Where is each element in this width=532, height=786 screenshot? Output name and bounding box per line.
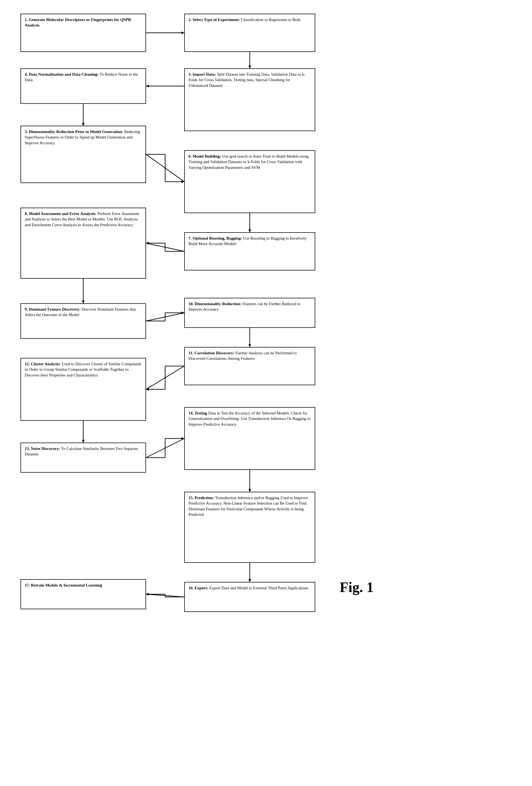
svg-marker-9 <box>182 180 184 183</box>
box-box2: 2. Select Type of Experiment: Classifica… <box>184 14 315 52</box>
svg-line-16 <box>146 243 184 251</box>
svg-marker-3 <box>248 66 251 68</box>
svg-marker-45 <box>182 437 184 440</box>
box-number: 6. Model Building: <box>189 154 221 159</box>
svg-line-50 <box>146 594 184 597</box>
svg-marker-31 <box>248 344 251 347</box>
svg-marker-51 <box>146 593 149 596</box>
box-number: 15. Prediction: <box>189 495 214 500</box>
box-number: 5. Dimensionality Reduction Prior to Mod… <box>25 130 123 134</box>
box-number: 11. Correlation Discovery: <box>189 351 235 355</box>
box-number: 12. Cluster Analysis: <box>25 362 61 366</box>
box-box12: 12. Cluster Analysis: Used to Discover C… <box>21 358 146 421</box>
svg-marker-17 <box>146 242 149 245</box>
box-box1: 1. Generate Molecular Descriptors or Fin… <box>21 14 146 52</box>
box-box17: 17. Retrain Models & Incremental Learnin… <box>21 579 146 609</box>
svg-line-24 <box>146 313 184 321</box>
svg-marker-49 <box>248 579 251 582</box>
svg-line-40 <box>146 438 184 458</box>
box-number: 2. Select Type of Experiment: <box>189 18 240 22</box>
svg-marker-41 <box>182 437 184 440</box>
svg-marker-23 <box>82 301 84 303</box>
svg-marker-21 <box>146 242 149 245</box>
svg-marker-47 <box>248 489 251 492</box>
box-number: 1. Generate Molecular Descriptors or Fin… <box>25 18 131 27</box>
box-box7: 7. Optional Boosting, Bagging: Use Boost… <box>184 232 315 271</box>
box-box6: 6. Model Building: Use grid search or Au… <box>184 150 315 213</box>
box-box4: 4. Data Normalization and Data Cleaning:… <box>21 68 146 104</box>
svg-marker-33 <box>146 388 149 391</box>
svg-marker-39 <box>82 440 84 443</box>
svg-marker-1 <box>182 31 184 34</box>
box-box8: 8. Model Assessment and Error Analysis: … <box>21 208 146 279</box>
svg-line-8 <box>146 154 184 182</box>
box-number: 14. Testing <box>189 411 207 415</box>
svg-marker-55 <box>146 593 149 596</box>
box-box13: 13. Noise Discovery: To Calculate Simila… <box>21 443 146 472</box>
box-box16: 16. Export: Export Data and Model to Ext… <box>184 582 315 612</box>
box-number: 8. Model Assessment and Error Analysis: <box>25 211 97 216</box>
flow-diagram: 1. Generate Molecular Descriptors or Fin… <box>12 8 520 631</box>
box-number: 7. Optional Boosting, Bagging: <box>189 236 242 240</box>
box-number: 4. Data Normalization and Data Cleaning: <box>25 72 99 76</box>
box-box11: 11. Correlation Discovery: Further Analy… <box>184 347 315 385</box>
svg-marker-25 <box>182 311 184 314</box>
box-box15: 15. Prediction: Transduction Inference a… <box>184 492 315 563</box>
box-box9: 9. Dominant Feature Discovery: Discover … <box>21 303 146 339</box>
box-number: 9. Dominant Feature Discovery: <box>25 307 81 311</box>
svg-line-32 <box>146 366 184 389</box>
box-box3: 3. Import Data: Split Dataset into Train… <box>184 68 315 131</box>
box-number: 10. Dimensionality Reduction: <box>189 302 242 306</box>
svg-marker-7 <box>82 123 84 126</box>
box-number: 3. Import Data: <box>189 72 216 76</box>
svg-marker-13 <box>182 180 184 183</box>
box-text: Export Data and Model to External Third … <box>208 586 309 590</box>
box-box5: 5. Dimensionality Reduction Prior to Mod… <box>21 126 146 183</box>
svg-marker-5 <box>146 85 149 87</box>
box-number: 16. Export: <box>189 586 209 590</box>
fig-label: Fig. 1 <box>340 579 374 595</box>
box-text: Classification or Regression or Both <box>240 18 300 22</box>
svg-marker-37 <box>146 388 149 391</box>
svg-marker-15 <box>248 230 251 232</box>
box-number: 17. Retrain Models & Incremental Learnin… <box>25 583 102 587</box>
box-box14: 14. Testing Data to Test the Accuracy of… <box>184 407 315 470</box>
box-number: 13. Noise Discovery: <box>25 446 60 451</box>
svg-marker-29 <box>182 311 184 314</box>
box-box10: 10. Dimensionality Reduction: Features c… <box>184 298 315 328</box>
